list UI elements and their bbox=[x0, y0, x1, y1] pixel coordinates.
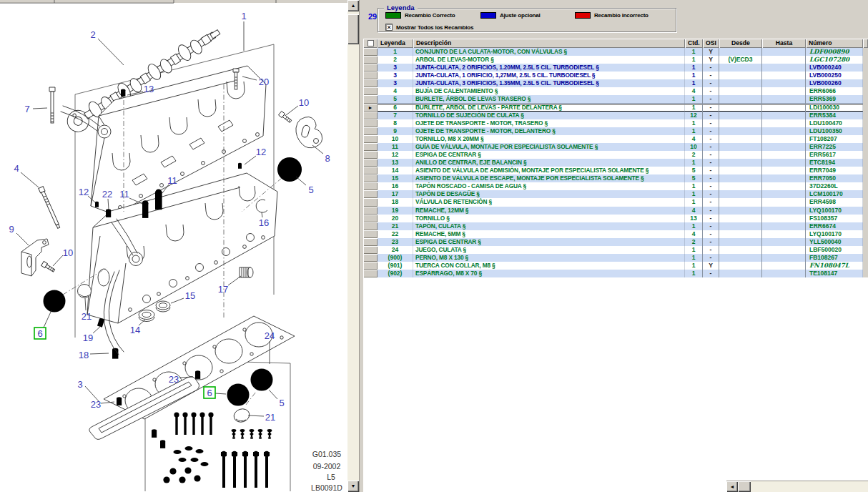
diagram-callout[interactable]: 23 bbox=[91, 399, 101, 410]
row-selector-cell[interactable] bbox=[363, 127, 378, 135]
table-row[interactable]: 3JUNTA-CULATA, 3 ORIFICIOS, 1.35MM, 2.5L… bbox=[363, 79, 868, 87]
table-row[interactable]: 12ESPIGA DE CENTRAR §2-ERR5617 bbox=[363, 151, 868, 159]
diagram-callout[interactable]: 23 bbox=[169, 374, 179, 385]
diagram-callout[interactable]: 12 bbox=[256, 147, 266, 157]
table-row[interactable]: 21TAPÓN, CULATA §1-ERR6674 bbox=[363, 222, 868, 230]
table-row[interactable]: 20TORNILLO §13-FS108357 bbox=[363, 215, 868, 222]
row-selector-cell[interactable] bbox=[363, 262, 378, 270]
diagram-callout-highlighted[interactable]: 6 bbox=[207, 388, 212, 398]
diagram-callout[interactable]: 5 bbox=[308, 184, 313, 195]
table-row[interactable]: 23ESPIGA DE CENTRAR §2-YLL500040 bbox=[363, 238, 868, 246]
diagram-callout[interactable]: 22 bbox=[102, 189, 112, 200]
table-row[interactable]: 11GUÍA DE VÁLVULA, MONTAJE POR ESPECIALI… bbox=[363, 143, 868, 151]
diagram-callout-highlighted[interactable]: 6 bbox=[37, 328, 42, 339]
table-row[interactable]: 2ARBOL DE LEVAS-MOTOR §1Y(V)ECD3LGC10728… bbox=[363, 56, 868, 64]
exploded-view-diagram[interactable]: 1220137108125412221111169102161918141517… bbox=[0, 0, 347, 492]
diagram-callout[interactable]: 17 bbox=[218, 284, 228, 295]
table-row[interactable]: (902)ESPÁRRAGO, M8 X 70 §1-TE108147 bbox=[363, 270, 868, 277]
diagram-callout[interactable]: 12 bbox=[79, 187, 89, 197]
checkbox-icon[interactable]: ✕ bbox=[385, 24, 393, 31]
row-selector-cell[interactable]: ► bbox=[363, 104, 378, 112]
scroll-up-button[interactable]: ▲ bbox=[347, 0, 359, 11]
row-selector-cell[interactable] bbox=[363, 207, 378, 215]
table-row[interactable]: (900)PERNO, M8 X 130 §1-FB108267 bbox=[363, 254, 868, 262]
row-selector-cell[interactable] bbox=[363, 135, 378, 143]
table-horizontal-scrollbar[interactable]: ◄ bbox=[726, 481, 868, 492]
row-selector-cell[interactable] bbox=[363, 112, 378, 119]
table-row[interactable]: 7TORNILLO DE SUJECIÓN DE CULATA §12-ERR5… bbox=[363, 112, 868, 119]
table-row[interactable]: 3JUNTA-CULATA, 2 ORIFICIOS, 1.20MM, 2.5L… bbox=[363, 64, 868, 72]
row-selector-cell[interactable] bbox=[363, 246, 378, 254]
select-all-header[interactable] bbox=[363, 39, 378, 48]
table-row[interactable]: 9OJETE DE TRANSPORTE - MOTOR, DELANTERO … bbox=[363, 127, 868, 135]
table-row[interactable]: 22REMACHE, 5MM §4-LYQ100170 bbox=[363, 230, 868, 238]
row-selector-cell[interactable] bbox=[363, 64, 378, 72]
diagram-vertical-scrollbar[interactable]: ▲ ▼ bbox=[347, 0, 359, 492]
row-selector-cell[interactable] bbox=[363, 254, 378, 262]
row-selector-cell[interactable] bbox=[363, 56, 378, 64]
table-row[interactable]: 3JUNTA-CULATA, 1 ORIFICIO, 1,27MM, 2.5L … bbox=[363, 72, 868, 79]
table-row[interactable]: 24JUEGO, CULATA §1-LBF500020 bbox=[363, 246, 868, 254]
row-selector-cell[interactable] bbox=[363, 143, 378, 151]
table-row-selected[interactable]: ►6BURLETE, ÁRBOL DE LEVAS - PARTE DELANT… bbox=[363, 104, 868, 112]
scroll-down-button[interactable]: ▼ bbox=[347, 481, 359, 492]
row-selector-cell[interactable] bbox=[363, 198, 378, 206]
diagram-callout[interactable]: 8 bbox=[325, 153, 330, 164]
table-row[interactable]: 15ASIENTO DE VÁLVULA DE ESCAPE, MONTAJE … bbox=[363, 174, 868, 182]
table-row[interactable]: 10TORNILLO, M8 X 20MM §4-FT108207 bbox=[363, 135, 868, 143]
row-selector-cell[interactable] bbox=[363, 48, 378, 56]
table-row[interactable]: (901)TUERCA CON COLLAR, M8 §1YFN108047L bbox=[363, 262, 868, 270]
table-row[interactable]: 16TAPÓN ROSCADO - CAMISA DE AGUA §1-37D2… bbox=[363, 182, 868, 190]
diagram-callout[interactable]: 1 bbox=[241, 11, 246, 21]
row-selector-cell[interactable] bbox=[363, 119, 378, 127]
diagram-callout[interactable]: 19 bbox=[83, 333, 93, 343]
row-selector-cell[interactable] bbox=[363, 222, 378, 230]
diagram-callout[interactable]: 4 bbox=[14, 163, 19, 174]
row-selector-cell[interactable] bbox=[363, 182, 378, 190]
diagram-callout[interactable]: 15 bbox=[185, 290, 195, 301]
table-row[interactable]: 13ANILLO DE CENTRAR, EJE BALANCIN §1-ETC… bbox=[363, 159, 868, 167]
scroll-left-button[interactable]: ◄ bbox=[726, 481, 738, 492]
table-row[interactable]: 19REMACHE, 12MM §4-LYQ100170 bbox=[363, 207, 868, 215]
diagram-callout[interactable]: 11 bbox=[119, 189, 129, 200]
row-selector-cell[interactable] bbox=[363, 151, 378, 159]
diagram-callout[interactable]: 11 bbox=[167, 175, 177, 186]
diagram-callout[interactable]: 18 bbox=[79, 350, 89, 360]
table-row[interactable]: 4BUJÍA DE CALENTAMIENTO §4-ERR6066 bbox=[363, 87, 868, 95]
diagram-callout[interactable]: 21 bbox=[82, 311, 92, 322]
diagram-callout[interactable]: 24 bbox=[265, 330, 275, 341]
diagram-callout[interactable]: 9 bbox=[9, 224, 14, 235]
diagram-callout[interactable]: 7 bbox=[24, 104, 29, 114]
row-selector-cell[interactable] bbox=[363, 79, 378, 87]
diagram-callout[interactable]: 14 bbox=[130, 325, 140, 335]
row-selector-cell[interactable] bbox=[363, 190, 378, 198]
row-selector-cell[interactable] bbox=[363, 159, 378, 167]
horizontal-scroll-thumb[interactable] bbox=[738, 481, 751, 492]
diagram-callout[interactable]: 10 bbox=[299, 97, 309, 108]
select-all-checkbox-icon[interactable] bbox=[368, 40, 374, 46]
vertical-scroll-thumb[interactable] bbox=[347, 14, 359, 44]
row-selector-cell[interactable] bbox=[363, 167, 378, 174]
row-selector-cell[interactable] bbox=[363, 238, 378, 246]
row-selector-cell[interactable] bbox=[363, 87, 378, 95]
table-row[interactable]: 14ASIENTO DE VÁLVULA DE ADMISIÓN, MONTAJ… bbox=[363, 167, 868, 174]
table-row[interactable]: 18VÁLVULA DE RETENCIÓN §1-ERR4598 bbox=[363, 198, 868, 206]
diagram-callout[interactable]: 16 bbox=[259, 217, 269, 228]
diagram-panel[interactable]: 1220137108125412221111169102161918141517… bbox=[0, 0, 347, 492]
diagram-callout[interactable]: 2 bbox=[90, 29, 95, 40]
row-selector-cell[interactable] bbox=[363, 95, 378, 103]
table-row[interactable]: 1CONJUNTO DE LA CULATA-MOTOR, CON VÁLVUL… bbox=[363, 48, 868, 56]
diagram-callout[interactable]: 5 bbox=[279, 398, 284, 408]
table-row[interactable]: 5BURLETE, ÁRBOL DE LEVAS TRASERO §1-ERR5… bbox=[363, 95, 868, 103]
diagram-callout[interactable]: 13 bbox=[144, 84, 154, 94]
diagram-callout[interactable]: 10 bbox=[63, 247, 73, 258]
diagram-callout[interactable]: 21 bbox=[265, 412, 275, 423]
show-all-parts-checkbox[interactable]: ✕ Mostrar Todos los Recambios bbox=[385, 24, 473, 31]
row-selector-cell[interactable] bbox=[363, 230, 378, 238]
row-selector-cell[interactable] bbox=[363, 215, 378, 222]
table-row[interactable]: 17TAPÓN DE DESAGÜE §1-LCM100170 bbox=[363, 190, 868, 198]
table-row[interactable]: 8OJETE DE TRANSPORTE - MOTOR, TRASERO §1… bbox=[363, 119, 868, 127]
row-selector-cell[interactable] bbox=[363, 72, 378, 79]
diagram-callout[interactable]: 3 bbox=[77, 379, 82, 390]
row-selector-cell[interactable] bbox=[363, 270, 378, 277]
